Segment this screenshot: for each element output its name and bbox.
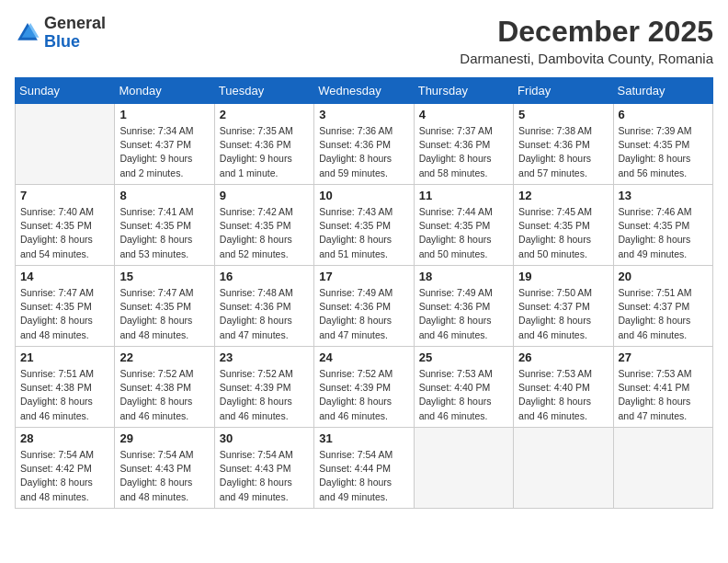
day-number: 24 (319, 350, 408, 364)
calendar-cell: 13Sunrise: 7:46 AMSunset: 4:35 PMDayligh… (613, 185, 712, 266)
calendar-cell: 25Sunrise: 7:53 AMSunset: 4:40 PMDayligh… (414, 347, 513, 428)
calendar-cell: 21Sunrise: 7:51 AMSunset: 4:38 PMDayligh… (16, 347, 115, 428)
logo: General Blue (15, 15, 106, 52)
calendar-cell: 7Sunrise: 7:40 AMSunset: 4:35 PMDaylight… (16, 185, 115, 266)
calendar-cell: 30Sunrise: 7:54 AMSunset: 4:43 PMDayligh… (214, 428, 313, 509)
day-number: 7 (20, 189, 109, 202)
day-info: Sunrise: 7:49 AMSunset: 4:36 PMDaylight:… (319, 286, 408, 342)
day-info: Sunrise: 7:40 AMSunset: 4:35 PMDaylight:… (20, 205, 109, 261)
day-number: 5 (518, 108, 608, 121)
calendar-cell: 31Sunrise: 7:54 AMSunset: 4:44 PMDayligh… (314, 428, 414, 509)
day-info: Sunrise: 7:48 AMSunset: 4:36 PMDaylight:… (220, 286, 309, 342)
calendar-cell: 19Sunrise: 7:50 AMSunset: 4:37 PMDayligh… (514, 266, 613, 347)
calendar-cell: 26Sunrise: 7:53 AMSunset: 4:40 PMDayligh… (514, 347, 613, 428)
day-info: Sunrise: 7:45 AMSunset: 4:35 PMDaylight:… (518, 205, 608, 261)
day-info: Sunrise: 7:41 AMSunset: 4:35 PMDaylight:… (119, 205, 209, 261)
day-info: Sunrise: 7:47 AMSunset: 4:35 PMDaylight:… (119, 286, 209, 342)
day-info: Sunrise: 7:53 AMSunset: 4:41 PMDaylight:… (619, 367, 708, 423)
column-header-saturday: Saturday (613, 78, 712, 104)
column-header-friday: Friday (514, 78, 613, 104)
day-info: Sunrise: 7:51 AMSunset: 4:37 PMDaylight:… (619, 286, 708, 342)
day-number: 3 (319, 108, 408, 121)
day-number: 27 (619, 350, 708, 364)
calendar-cell (414, 428, 513, 509)
day-number: 30 (220, 431, 309, 445)
day-number: 25 (419, 350, 508, 364)
week-row-2: 7Sunrise: 7:40 AMSunset: 4:35 PMDaylight… (16, 185, 713, 266)
calendar-cell: 5Sunrise: 7:38 AMSunset: 4:36 PMDaylight… (514, 104, 613, 185)
day-info: Sunrise: 7:52 AMSunset: 4:38 PMDaylight:… (119, 367, 209, 423)
week-row-3: 14Sunrise: 7:47 AMSunset: 4:35 PMDayligh… (16, 266, 713, 347)
calendar-cell: 10Sunrise: 7:43 AMSunset: 4:35 PMDayligh… (314, 185, 414, 266)
day-info: Sunrise: 7:54 AMSunset: 4:42 PMDaylight:… (20, 448, 109, 504)
calendar-cell (514, 428, 613, 509)
calendar-cell (16, 104, 115, 185)
calendar-cell: 2Sunrise: 7:35 AMSunset: 4:36 PMDaylight… (214, 104, 313, 185)
day-number: 16 (220, 270, 309, 283)
calendar-cell: 22Sunrise: 7:52 AMSunset: 4:38 PMDayligh… (115, 347, 214, 428)
day-number: 6 (619, 108, 708, 121)
day-number: 4 (419, 108, 508, 121)
day-info: Sunrise: 7:54 AMSunset: 4:43 PMDaylight:… (220, 448, 309, 504)
day-number: 10 (319, 189, 408, 202)
calendar-cell: 24Sunrise: 7:52 AMSunset: 4:39 PMDayligh… (314, 347, 414, 428)
day-info: Sunrise: 7:42 AMSunset: 4:35 PMDaylight:… (220, 205, 309, 261)
day-info: Sunrise: 7:49 AMSunset: 4:36 PMDaylight:… (419, 286, 508, 342)
location-title: Darmanesti, Dambovita County, Romania (460, 51, 713, 66)
column-header-monday: Monday (115, 78, 214, 104)
day-number: 29 (119, 431, 209, 445)
column-header-wednesday: Wednesday (314, 78, 414, 104)
calendar-header-row: SundayMondayTuesdayWednesdayThursdayFrid… (16, 78, 713, 104)
page-header: General Blue December 2025 Darmanesti, D… (15, 15, 713, 66)
calendar-cell: 11Sunrise: 7:44 AMSunset: 4:35 PMDayligh… (414, 185, 513, 266)
calendar-cell: 12Sunrise: 7:45 AMSunset: 4:35 PMDayligh… (514, 185, 613, 266)
day-info: Sunrise: 7:37 AMSunset: 4:36 PMDaylight:… (419, 124, 508, 180)
week-row-1: 1Sunrise: 7:34 AMSunset: 4:37 PMDaylight… (16, 104, 713, 185)
day-info: Sunrise: 7:54 AMSunset: 4:44 PMDaylight:… (319, 448, 408, 504)
day-info: Sunrise: 7:46 AMSunset: 4:35 PMDaylight:… (619, 205, 708, 261)
day-info: Sunrise: 7:36 AMSunset: 4:36 PMDaylight:… (319, 124, 408, 180)
day-number: 23 (220, 350, 309, 364)
week-row-4: 21Sunrise: 7:51 AMSunset: 4:38 PMDayligh… (16, 347, 713, 428)
day-number: 20 (619, 270, 708, 283)
calendar-cell: 17Sunrise: 7:49 AMSunset: 4:36 PMDayligh… (314, 266, 414, 347)
day-info: Sunrise: 7:51 AMSunset: 4:38 PMDaylight:… (20, 367, 109, 423)
day-number: 1 (119, 108, 209, 121)
calendar-cell: 28Sunrise: 7:54 AMSunset: 4:42 PMDayligh… (16, 428, 115, 509)
title-block: December 2025 Darmanesti, Dambovita Coun… (460, 15, 713, 66)
day-number: 18 (419, 270, 508, 283)
calendar-cell: 9Sunrise: 7:42 AMSunset: 4:35 PMDaylight… (214, 185, 313, 266)
day-number: 8 (119, 189, 209, 202)
calendar-cell (613, 428, 712, 509)
day-number: 11 (419, 189, 508, 202)
logo-icon (15, 20, 40, 46)
day-number: 26 (518, 350, 608, 364)
day-info: Sunrise: 7:44 AMSunset: 4:35 PMDaylight:… (419, 205, 508, 261)
logo-blue-text: Blue (44, 32, 80, 51)
day-info: Sunrise: 7:38 AMSunset: 4:36 PMDaylight:… (518, 124, 608, 180)
calendar-cell: 6Sunrise: 7:39 AMSunset: 4:35 PMDaylight… (613, 104, 712, 185)
day-info: Sunrise: 7:53 AMSunset: 4:40 PMDaylight:… (419, 367, 508, 423)
day-number: 22 (119, 350, 209, 364)
day-info: Sunrise: 7:52 AMSunset: 4:39 PMDaylight:… (319, 367, 408, 423)
calendar-cell: 4Sunrise: 7:37 AMSunset: 4:36 PMDaylight… (414, 104, 513, 185)
column-header-thursday: Thursday (414, 78, 513, 104)
day-number: 15 (119, 270, 209, 283)
day-number: 28 (20, 431, 109, 445)
calendar-cell: 23Sunrise: 7:52 AMSunset: 4:39 PMDayligh… (214, 347, 313, 428)
calendar-cell: 3Sunrise: 7:36 AMSunset: 4:36 PMDaylight… (314, 104, 414, 185)
day-number: 14 (20, 270, 109, 283)
column-header-tuesday: Tuesday (214, 78, 313, 104)
day-info: Sunrise: 7:54 AMSunset: 4:43 PMDaylight:… (119, 448, 209, 504)
calendar-cell: 18Sunrise: 7:49 AMSunset: 4:36 PMDayligh… (414, 266, 513, 347)
day-number: 9 (220, 189, 309, 202)
day-info: Sunrise: 7:47 AMSunset: 4:35 PMDaylight:… (20, 286, 109, 342)
calendar-cell: 1Sunrise: 7:34 AMSunset: 4:37 PMDaylight… (115, 104, 214, 185)
calendar-cell: 8Sunrise: 7:41 AMSunset: 4:35 PMDaylight… (115, 185, 214, 266)
month-title: December 2025 (460, 15, 713, 49)
calendar-cell: 15Sunrise: 7:47 AMSunset: 4:35 PMDayligh… (115, 266, 214, 347)
logo-general-text: General (44, 14, 106, 32)
day-number: 17 (319, 270, 408, 283)
calendar-cell: 20Sunrise: 7:51 AMSunset: 4:37 PMDayligh… (613, 266, 712, 347)
day-info: Sunrise: 7:52 AMSunset: 4:39 PMDaylight:… (220, 367, 309, 423)
